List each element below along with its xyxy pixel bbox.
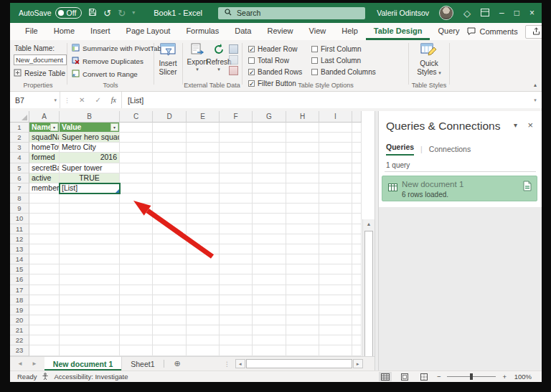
grid-cell[interactable] (220, 204, 253, 214)
name-box[interactable]: B7 ▾ (10, 92, 60, 108)
grid-cell[interactable] (286, 163, 319, 173)
grid-cell[interactable] (253, 183, 286, 193)
grid-cell[interactable] (120, 204, 153, 214)
grid-cell[interactable] (187, 214, 220, 224)
grid-cell[interactable] (120, 345, 153, 355)
sheet-nav-right-icon[interactable]: ► (32, 360, 37, 367)
grid-cell[interactable]: formed (29, 153, 60, 163)
grid-cell[interactable] (29, 204, 60, 214)
ribbon-tab-page-layout[interactable]: Page Layout (118, 23, 179, 40)
grid-cell[interactable] (29, 285, 60, 295)
grid-cell[interactable] (60, 315, 120, 325)
grid-cell[interactable] (187, 204, 220, 214)
grid-cell[interactable] (120, 183, 153, 193)
filter-button[interactable]: ▾ (110, 123, 118, 131)
grid-cell[interactable] (187, 234, 220, 244)
grid-cell[interactable] (120, 285, 153, 295)
grid-cell[interactable] (286, 254, 319, 264)
grid-cell[interactable] (153, 214, 187, 224)
grid-cell[interactable]: Super tower (60, 163, 120, 173)
grid-cell[interactable] (319, 173, 352, 183)
grid-cell[interactable] (319, 295, 352, 305)
remove-duplicates-button[interactable]: Remove Duplicates (72, 57, 143, 66)
grid-cell[interactable] (286, 345, 319, 355)
grid-cell[interactable] (286, 153, 319, 163)
grid-cell[interactable] (352, 234, 362, 244)
grid-cell[interactable] (153, 274, 187, 285)
page-break-preview-icon[interactable] (418, 372, 430, 381)
grid-cell[interactable] (29, 224, 60, 234)
row-header[interactable]: 14 (10, 254, 29, 264)
grid-cell[interactable] (220, 335, 253, 345)
undo-icon[interactable]: ↺ (103, 9, 111, 18)
row-header[interactable]: 17 (10, 285, 29, 295)
row-header[interactable]: 16 (10, 274, 29, 285)
column-header-b[interactable]: B (60, 111, 120, 123)
summarize-pivottable-button[interactable]: Summarize with PivotTable (72, 44, 167, 53)
ribbon-tab-formulas[interactable]: Formulas (178, 23, 227, 40)
grid-cell[interactable] (220, 143, 253, 153)
grid-cell[interactable] (220, 264, 253, 274)
grid-cell[interactable] (153, 335, 187, 345)
grid-cell[interactable] (187, 274, 220, 285)
grid-cell[interactable] (352, 335, 362, 345)
comments-button[interactable]: Comments (467, 27, 517, 37)
grid-cell[interactable] (253, 315, 286, 325)
grid-cell[interactable] (352, 254, 362, 264)
grid-cell[interactable] (352, 183, 362, 193)
row-header[interactable]: 13 (10, 244, 29, 254)
grid-cell[interactable] (153, 204, 187, 214)
tab-queries[interactable]: Queries (386, 143, 414, 156)
grid-cell[interactable] (286, 183, 319, 193)
row-header[interactable]: 6 (10, 173, 29, 183)
sheet-tab-sheet1[interactable]: Sheet1 (122, 357, 163, 371)
grid-cell[interactable] (286, 305, 319, 315)
grid-cell[interactable] (220, 315, 253, 325)
grid-cell[interactable] (29, 274, 60, 285)
row-header[interactable]: 15 (10, 264, 29, 274)
grid-cell[interactable] (220, 224, 253, 234)
row-header[interactable]: 21 (10, 325, 29, 335)
grid-cell[interactable] (286, 285, 319, 295)
grid-cell[interactable] (319, 163, 352, 173)
cancel-entry-icon[interactable]: ✕ (74, 96, 90, 104)
grid-cell[interactable] (319, 153, 352, 163)
grid-cell[interactable] (120, 335, 153, 345)
filter-button[interactable]: ▾ (50, 123, 58, 131)
quick-styles-button[interactable]: Quick Styles ▾ (417, 43, 441, 76)
grid-cell[interactable] (153, 123, 187, 133)
grid-cell[interactable] (60, 305, 120, 315)
grid-cell[interactable] (29, 305, 60, 315)
grid-cell[interactable] (120, 295, 153, 305)
grid-cell[interactable] (153, 244, 187, 254)
zoom-slider[interactable] (447, 376, 496, 377)
grid-cell[interactable] (220, 133, 253, 143)
grid-cell[interactable] (187, 224, 220, 234)
row-header[interactable]: 1 (10, 123, 29, 133)
grid-cell[interactable] (153, 285, 187, 295)
grid-cell[interactable] (352, 163, 362, 173)
grid-cell[interactable] (29, 315, 60, 325)
grid-cell[interactable] (319, 204, 352, 214)
column-header-partial[interactable] (352, 111, 362, 123)
grid-cell[interactable] (352, 325, 362, 335)
formula-input[interactable]: [List] (121, 92, 529, 108)
sheet-tab-new-document-1[interactable]: New document 1 (44, 357, 122, 371)
user-name[interactable]: Valerii Odintsov (377, 9, 429, 17)
grid-cell[interactable] (253, 123, 286, 133)
grid-cell[interactable] (220, 234, 253, 244)
grid-cell[interactable] (60, 295, 120, 305)
grid-cell[interactable] (352, 143, 362, 153)
grid-cell[interactable] (220, 305, 253, 315)
checkbox-first-column[interactable]: First Column (311, 45, 383, 53)
open-in-browser-icon[interactable] (229, 55, 238, 64)
grid-cell[interactable] (187, 133, 220, 143)
insert-function-icon[interactable]: fx (106, 96, 121, 104)
grid-cell[interactable] (253, 305, 286, 315)
panel-chevron-down-icon[interactable]: ▾ (514, 121, 517, 129)
grid-cell[interactable] (153, 163, 187, 173)
grid-cell[interactable] (319, 234, 352, 244)
ribbon-tab-data[interactable]: Data (227, 23, 259, 40)
column-header-i[interactable]: I (319, 111, 352, 123)
grid-cell[interactable] (120, 234, 153, 244)
